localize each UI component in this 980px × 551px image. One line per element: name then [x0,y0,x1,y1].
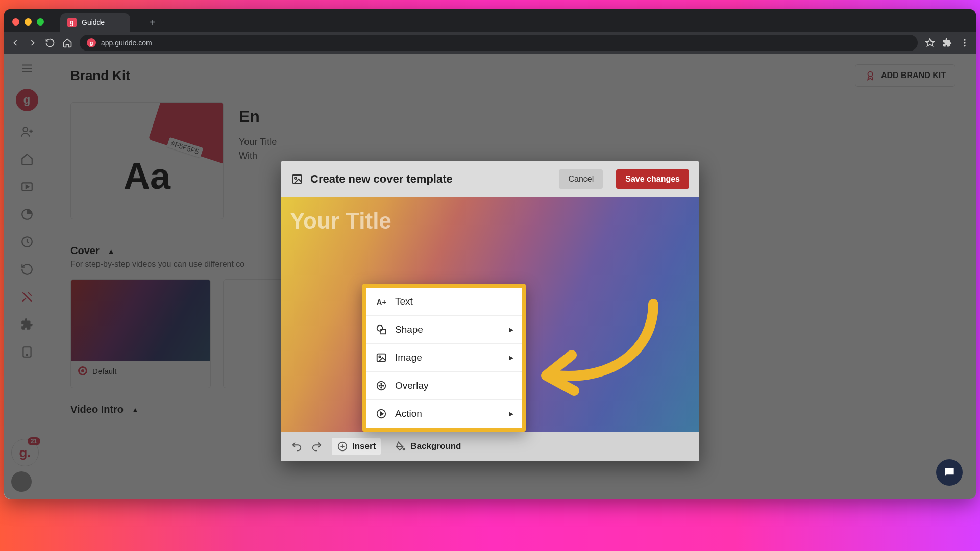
text-icon: A+ [376,296,387,307]
submenu-arrow-icon: ▶ [509,326,513,333]
minimize-window-button[interactable] [24,18,32,26]
action-icon [376,408,387,419]
svg-text:A+: A+ [377,298,386,306]
svg-point-1 [964,42,965,43]
new-tab-button[interactable]: + [145,15,160,30]
svg-point-20 [381,385,382,386]
redo-button[interactable] [311,441,323,452]
save-changes-button[interactable]: Save changes [616,169,689,189]
insert-menu-text[interactable]: A+ Text [366,288,522,316]
modal-footer: Insert Background [281,432,699,461]
insert-menu-action[interactable]: Action ▶ [366,400,522,428]
overlay-icon [376,380,387,391]
window-controls [9,18,50,32]
app-area: g Brand Kit ADD BRAND KIT [4,54,976,499]
nav-reload-button[interactable] [45,38,55,48]
insert-menu-action-label: Action [395,408,422,419]
svg-rect-16 [381,329,385,334]
svg-point-13 [403,448,405,450]
svg-rect-17 [377,354,386,362]
insert-menu: A+ Text Shape ▶ Image ▶ Overlay [362,284,526,432]
shape-icon [376,324,387,335]
bookmark-star-icon[interactable] [925,38,935,48]
nav-forward-button[interactable] [28,38,38,48]
svg-point-22 [383,385,384,386]
url-box[interactable]: g app.guidde.com [80,35,918,51]
image-icon [291,173,303,185]
svg-point-15 [377,325,383,331]
undo-button[interactable] [291,441,302,452]
plus-circle-icon [337,441,348,452]
tab-bar: g Guidde + [4,9,976,32]
browser-tab[interactable]: g Guidde [60,13,130,32]
address-bar: g app.guidde.com [4,32,976,54]
background-label: Background [410,441,461,452]
insert-menu-shape-label: Shape [395,324,423,335]
chat-launcher-button[interactable] [936,459,963,486]
browser-window: g Guidde + g app.guidde.com [4,9,976,499]
extensions-icon[interactable] [942,38,952,48]
svg-point-24 [381,387,382,388]
image-icon [376,352,387,363]
insert-label: Insert [352,441,376,452]
insert-menu-text-label: Text [395,296,413,307]
nav-home-button[interactable] [62,38,72,48]
browser-menu-icon[interactable] [960,38,970,48]
modal-title: Create new cover template [310,172,552,186]
svg-point-21 [379,385,380,386]
close-window-button[interactable] [12,18,19,26]
submenu-arrow-icon: ▶ [509,354,513,361]
nav-back-button[interactable] [10,38,20,48]
svg-point-11 [295,177,297,179]
insert-button[interactable]: Insert [332,438,381,455]
insert-menu-overlay-label: Overlay [395,380,428,391]
modal-header: Create new cover template Cancel Save ch… [281,161,699,197]
insert-menu-shape[interactable]: Shape ▶ [366,316,522,344]
insert-menu-image-label: Image [395,352,422,363]
site-favicon: g [87,38,96,47]
svg-point-0 [964,39,965,41]
svg-point-23 [381,383,382,384]
svg-rect-10 [292,175,302,183]
canvas-title-placeholder[interactable]: Your Title [290,208,391,234]
svg-point-2 [964,45,965,46]
insert-menu-overlay[interactable]: Overlay [366,372,522,400]
background-button[interactable]: Background [390,438,466,455]
annotation-arrow [536,299,669,401]
paint-bucket-icon [395,441,406,452]
url-text: app.guidde.com [101,39,152,47]
tab-favicon: g [67,18,77,27]
insert-menu-image[interactable]: Image ▶ [366,344,522,372]
submenu-arrow-icon: ▶ [509,410,513,417]
svg-point-18 [379,356,381,358]
cancel-button[interactable]: Cancel [559,169,603,189]
tab-title: Guidde [82,18,105,27]
maximize-window-button[interactable] [37,18,44,26]
